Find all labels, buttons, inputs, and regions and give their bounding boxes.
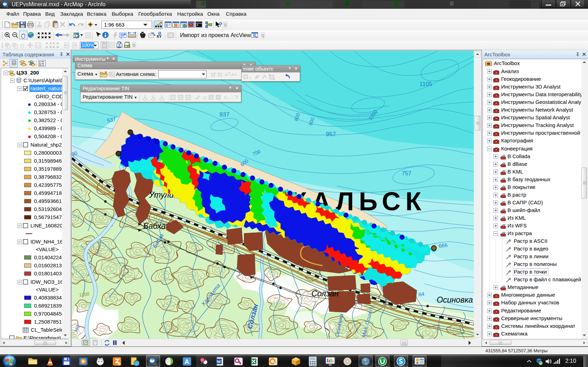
svg-text:757: 757 (402, 170, 411, 176)
svg-text:837: 837 (220, 111, 229, 118)
svg-text:Бабха: Бабха (143, 221, 166, 231)
svg-text:XY: XY (157, 34, 162, 38)
svg-text:A: A (185, 358, 189, 365)
svg-text:Осиновка: Осиновка (437, 295, 473, 304)
svg-text:666: 666 (438, 242, 448, 249)
svg-text:A: A (225, 72, 228, 77)
svg-text:Солзан: Солзан (311, 289, 339, 298)
svg-text:?: ? (219, 21, 222, 28)
svg-text:64: 64 (418, 291, 425, 297)
svg-text:1:1: 1:1 (36, 44, 41, 47)
svg-text:W: W (217, 359, 221, 364)
svg-text:A: A (231, 72, 234, 77)
svg-text:957: 957 (326, 131, 336, 137)
svg-text:1105: 1105 (420, 81, 433, 87)
